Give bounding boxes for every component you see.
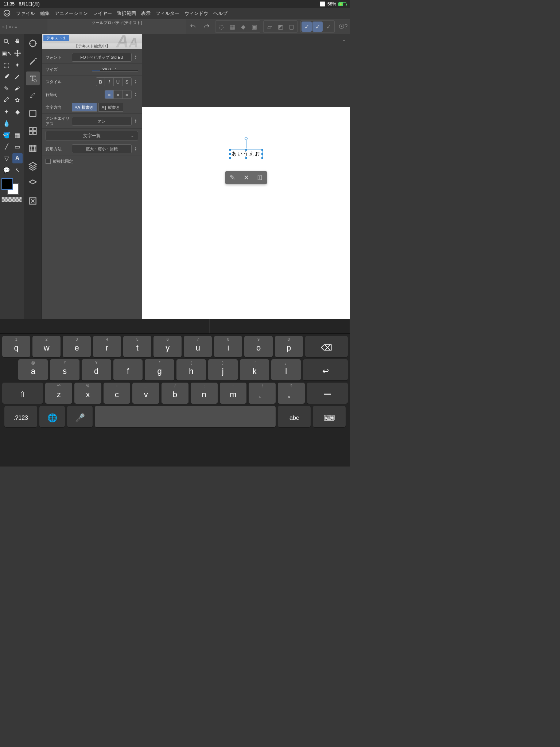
subtool-layer-icon[interactable] [26, 177, 40, 190]
key-f[interactable]: -f [113, 359, 143, 380]
charlist-dropdown[interactable]: 文字一覧 [46, 131, 138, 140]
menu-file[interactable]: ファイル [16, 10, 35, 17]
key-i[interactable]: 8i [214, 336, 242, 357]
eyedropper-tool-icon[interactable] [1, 71, 12, 82]
subtool-frame-icon[interactable] [26, 107, 40, 120]
menu-help[interactable]: ヘルプ [213, 10, 228, 17]
italic-button[interactable]: I [105, 78, 114, 86]
balloon-tool-icon[interactable]: 💬 [1, 165, 12, 175]
marquee-tool-icon[interactable]: ⬚ [1, 60, 12, 70]
handle-tr[interactable] [261, 149, 263, 151]
mic-key[interactable]: 🎤 [67, 406, 93, 427]
text-tool-icon[interactable]: A [12, 153, 23, 163]
key-j[interactable]: )j [208, 359, 238, 380]
key-y[interactable]: 6y [153, 336, 182, 357]
key-、[interactable]: !、 [249, 383, 276, 404]
key-c[interactable]: +c [104, 383, 131, 404]
strike-button[interactable]: S [122, 78, 131, 86]
brush-tool-icon[interactable]: 🖌 [12, 83, 23, 93]
key-e[interactable]: 3e [63, 336, 91, 357]
key-x[interactable]: %x [74, 383, 101, 404]
menu-layer[interactable]: レイヤー [93, 10, 112, 17]
style-spinner[interactable]: ▲▼ [133, 80, 138, 84]
key-n[interactable]: ;n [191, 383, 218, 404]
transform3-icon[interactable]: ▢ [286, 22, 296, 32]
move-tool-icon[interactable] [12, 48, 23, 58]
key-z[interactable]: ^^z [45, 383, 72, 404]
subtool-layers-icon[interactable] [26, 159, 40, 173]
hand-tool-icon[interactable] [12, 36, 23, 47]
decoration-tool-icon[interactable]: ✿ [12, 95, 23, 105]
redo-button[interactable] [201, 21, 213, 32]
transparent-swatch[interactable] [1, 197, 22, 202]
handle-tm[interactable] [245, 149, 247, 151]
key-l[interactable]: 」l [271, 359, 301, 380]
key-o[interactable]: 9o [244, 336, 272, 357]
subtool-text-icon[interactable] [26, 71, 40, 85]
subtool-grid-icon[interactable] [26, 124, 40, 138]
handle-mr[interactable] [261, 153, 263, 155]
key-a[interactable]: @a [18, 359, 48, 380]
handle-bm[interactable] [245, 157, 247, 159]
pen-tool-icon[interactable] [12, 71, 23, 82]
vertical-button[interactable]: A‖ 縦書き [98, 103, 123, 112]
menu-edit[interactable]: 編集 [40, 10, 50, 17]
blend-tool-icon[interactable]: 💧 [1, 118, 12, 128]
menu-animation[interactable]: アニメーション [55, 10, 88, 17]
airbrush-tool-icon[interactable]: 🖊 [1, 95, 12, 105]
fg-color-swatch[interactable] [1, 178, 13, 190]
abc-key[interactable]: abc [278, 406, 311, 427]
horizontal-button[interactable]: ≡A 横書き [72, 103, 97, 112]
aa-spinner[interactable]: ▲▼ [133, 119, 138, 123]
color-selector[interactable] [0, 176, 24, 204]
rotation-handle[interactable] [245, 137, 248, 140]
align-spinner[interactable]: ▲▼ [133, 92, 138, 97]
menu-window[interactable]: ウィンドウ [184, 10, 208, 17]
shift-key[interactable]: ⇧ [2, 383, 43, 404]
menu-filter[interactable]: フィルター [156, 10, 179, 17]
handle-bl[interactable] [229, 157, 231, 159]
text-box[interactable]: あいうえお [230, 150, 262, 158]
select-all-icon[interactable]: ▦ [227, 22, 237, 32]
transform-spinner[interactable]: ▲▼ [133, 147, 138, 151]
mode-key[interactable]: .?123 [4, 406, 37, 427]
line-tool-icon[interactable]: ╱ [1, 142, 12, 152]
operation-tool-icon[interactable]: ▣↖ [1, 48, 12, 58]
transform2-icon[interactable]: ◩ [275, 22, 285, 32]
gradient-tool-icon[interactable]: ▦ [12, 130, 23, 140]
eraser-tool-icon[interactable]: ◆ [12, 107, 23, 117]
underline-button[interactable]: U [114, 78, 122, 86]
subtool-penedit-icon[interactable] [26, 54, 40, 68]
size-slider[interactable] [92, 70, 138, 71]
help-icon[interactable]: ⦿? [337, 21, 349, 32]
key-m[interactable]: :m [220, 383, 247, 404]
ruler-tool-icon[interactable]: ▽ [1, 153, 12, 163]
deselect-icon[interactable]: ◌ [216, 22, 226, 32]
preset-header[interactable]: AA テキスト１ 【テキスト編集中】 [42, 34, 142, 49]
panel-collapse-controls[interactable]: « ‖ « › ≡ [0, 24, 47, 29]
subtool-delete-icon[interactable] [26, 194, 40, 208]
backspace-key[interactable]: ⌫ [305, 336, 348, 357]
handle-br[interactable] [261, 157, 263, 159]
font-dropdown[interactable]: FOT-ベビポップ Std EB [72, 53, 132, 62]
keyboard-suggestion-strip[interactable] [0, 319, 350, 334]
undo-button[interactable] [187, 21, 199, 32]
key-。[interactable]: ?。 [278, 383, 305, 404]
key-g[interactable]: *g [145, 359, 174, 380]
menu-selection[interactable]: 選択範囲 [117, 10, 136, 17]
handle-tl[interactable] [229, 149, 231, 151]
key-u[interactable]: 7u [184, 336, 212, 357]
expand-panel-icon[interactable]: ⌄ [342, 36, 346, 42]
snap-ruler-icon[interactable]: ✓ [302, 22, 312, 32]
cancel-text-button[interactable]: ✕ [239, 171, 253, 184]
confirm-text-button[interactable]: ✓⃝ [253, 171, 267, 184]
key-w[interactable]: 2w [32, 336, 61, 357]
subtool-film-icon[interactable] [26, 142, 40, 155]
transform-dropdown[interactable]: 拡大・縮小・回転 [72, 144, 132, 153]
key-t[interactable]: 5t [123, 336, 151, 357]
sparkle-tool-icon[interactable]: ✦ [1, 107, 12, 117]
bold-button[interactable]: B [96, 78, 105, 86]
snap-special-icon[interactable]: ✓ [312, 22, 323, 32]
fill-tool-icon[interactable]: 🪣 [1, 130, 12, 140]
font-spinner[interactable]: ▲▼ [133, 55, 138, 59]
